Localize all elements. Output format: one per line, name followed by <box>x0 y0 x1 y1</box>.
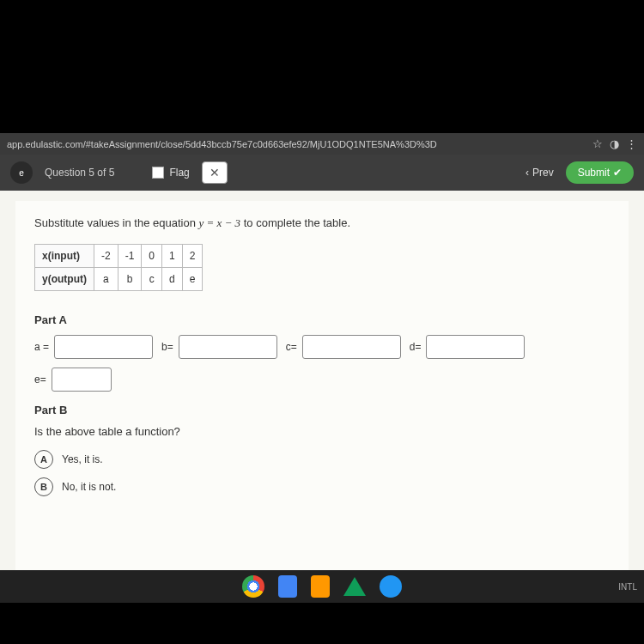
answer-input-e[interactable] <box>52 368 112 392</box>
close-icon: ✕ <box>210 166 220 179</box>
row-label-y: y(output) <box>35 268 94 291</box>
part-b-label: Part B <box>34 404 610 416</box>
instruction-pre: Substitute values in the equation <box>34 216 199 229</box>
field-label-b: b= <box>161 341 173 353</box>
choice-b[interactable]: B No, it is not. <box>34 477 610 496</box>
equation-text: y = x − 3 <box>199 216 241 229</box>
extension-icon[interactable]: ◑ <box>610 137 619 150</box>
prev-button[interactable]: ‹ Prev <box>526 167 554 179</box>
part-a-label: Part A <box>34 313 610 326</box>
app-logo-icon[interactable]: e <box>10 161 33 184</box>
answer-input-c[interactable] <box>302 335 401 359</box>
data-table: x(input) -2 -1 0 1 2 y(output) a b c d e <box>34 244 203 291</box>
app-icon[interactable] <box>380 575 402 598</box>
table-cell: c <box>142 268 162 291</box>
table-cell: 2 <box>182 245 203 268</box>
app-header: e Question 5 of 5 Flag ✕ ‹ Prev Submit ✔ <box>0 155 644 191</box>
answer-input-d[interactable] <box>426 335 525 359</box>
choice-letter-a[interactable]: A <box>34 450 53 469</box>
choice-a[interactable]: A Yes, it is. <box>34 450 610 469</box>
prev-label: Prev <box>532 167 554 179</box>
table-cell: -1 <box>118 245 142 268</box>
row-label-x: x(input) <box>35 245 94 268</box>
submit-label: Submit <box>578 167 610 179</box>
table-cell: 0 <box>142 245 162 268</box>
docs-icon[interactable] <box>278 575 297 598</box>
intl-indicator[interactable]: INTL <box>618 582 637 592</box>
menu-icon[interactable]: ⋮ <box>626 137 637 150</box>
drive-icon[interactable] <box>343 577 366 596</box>
part-a-inputs-row2: e= <box>34 368 610 392</box>
field-label-d: d= <box>410 341 422 353</box>
table-row: y(output) a b c d e <box>35 268 203 291</box>
table-cell: e <box>182 268 203 291</box>
url-text: app.edulastic.com/#takeAssignment/close/… <box>7 139 437 149</box>
chrome-os-shelf: INTL <box>0 570 644 603</box>
table-cell: b <box>118 268 142 291</box>
submit-button[interactable]: Submit ✔ <box>566 161 634 184</box>
field-label-a: a = <box>34 341 49 353</box>
choice-text-b: No, it is not. <box>62 481 116 493</box>
question-card: Substitute values in the equation y = x … <box>15 201 629 577</box>
flag-toggle[interactable]: Flag <box>152 167 189 179</box>
table-cell: a <box>94 268 118 291</box>
answer-input-a[interactable] <box>54 335 153 359</box>
table-cell: 1 <box>162 245 183 268</box>
part-b-question: Is the above table a function? <box>34 425 610 438</box>
table-cell: d <box>162 268 183 291</box>
instruction-post: to complete the table. <box>244 216 350 229</box>
table-cell: -2 <box>94 245 118 268</box>
field-label-c: c= <box>286 341 297 353</box>
content-area: Substitute values in the equation y = x … <box>0 191 644 577</box>
star-icon[interactable]: ☆ <box>592 137 603 150</box>
field-label-e: e= <box>34 374 46 386</box>
slides-icon[interactable] <box>311 575 330 598</box>
choice-text-a: Yes, it is. <box>62 453 103 465</box>
answer-input-b[interactable] <box>179 335 277 359</box>
flag-checkbox-icon[interactable] <box>152 167 164 179</box>
part-a-inputs-row1: a = b= c= d= <box>34 335 610 359</box>
question-counter: Question 5 of 5 <box>45 167 114 179</box>
close-button[interactable]: ✕ <box>202 161 228 184</box>
instruction-text: Substitute values in the equation y = x … <box>34 216 610 230</box>
chevron-left-icon: ‹ <box>526 167 529 179</box>
table-row: x(input) -2 -1 0 1 2 <box>35 245 203 268</box>
check-icon: ✔ <box>613 167 622 179</box>
flag-label: Flag <box>169 167 189 179</box>
choice-letter-b[interactable]: B <box>34 477 53 496</box>
chrome-icon[interactable] <box>242 575 264 598</box>
browser-address-bar: app.edulastic.com/#takeAssignment/close/… <box>0 133 644 155</box>
